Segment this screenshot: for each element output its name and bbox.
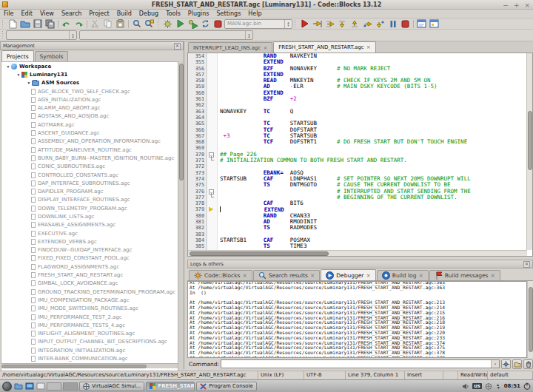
various-info-button[interactable] bbox=[428, 18, 440, 29]
close-icon[interactable]: × bbox=[366, 272, 370, 279]
tab-build-log[interactable]: Build log × bbox=[377, 270, 429, 280]
clock[interactable]: 08:51 bbox=[504, 383, 520, 389]
tree-file-item[interactable]: AOTMARK.agc bbox=[1, 121, 178, 129]
build-button[interactable] bbox=[161, 18, 174, 29]
updates-icon[interactable] bbox=[495, 383, 501, 390]
tree-file-item[interactable]: BURN_BABY_BURN--MASTER_IGNITION_ROUTINE.… bbox=[1, 154, 178, 162]
line-number[interactable]: 358 bbox=[188, 78, 207, 84]
code-line-385[interactable]: 385 TS TIME3 bbox=[188, 243, 521, 249]
terminal-launcher[interactable] bbox=[24, 382, 34, 391]
tree-vscrollbar[interactable] bbox=[178, 61, 184, 392]
fold-cell[interactable] bbox=[207, 163, 218, 169]
line-number[interactable]: 357 bbox=[188, 72, 207, 78]
menu-project[interactable]: Project bbox=[85, 10, 113, 17]
power-icon[interactable] bbox=[523, 382, 531, 390]
tree-project-luminary131[interactable]: ▾ Luminary131 bbox=[1, 70, 178, 78]
tree-file-item[interactable]: EXTENDED_VERBS.agc bbox=[1, 237, 178, 246]
open-file-button[interactable] bbox=[19, 18, 31, 29]
editor-hscrollbar[interactable] bbox=[188, 250, 527, 256]
find-button[interactable] bbox=[130, 18, 143, 29]
fold-cell[interactable] bbox=[207, 213, 218, 219]
fold-cell[interactable] bbox=[207, 78, 218, 84]
tree-file-item[interactable]: AGC_BLOCK_TWO_SELF_CHECK.agc bbox=[1, 87, 178, 95]
close-icon[interactable]: × bbox=[491, 272, 495, 279]
menu-settings[interactable]: Settings bbox=[213, 10, 245, 17]
line-number[interactable]: 370 bbox=[188, 152, 207, 158]
line-number[interactable]: 374 bbox=[188, 176, 207, 182]
new-file-button[interactable] bbox=[6, 18, 19, 29]
combo-spinner-icon[interactable]: ▴▾ bbox=[245, 31, 252, 39]
menu-debug[interactable]: Debug bbox=[135, 10, 162, 17]
tree-file-item[interactable]: DOWN_TELEMETRY_PROGRAM.agc bbox=[1, 204, 178, 212]
fold-cell[interactable] bbox=[207, 121, 218, 126]
toolbar-grip[interactable] bbox=[1, 20, 4, 28]
next-line-button[interactable] bbox=[324, 18, 336, 29]
tree-file-item[interactable]: IMU_COMPENSATION_PACKAGE.agc bbox=[1, 296, 178, 304]
expander-icon[interactable]: ▾ bbox=[5, 64, 11, 69]
close-icon[interactable]: × bbox=[418, 272, 423, 279]
menu-help[interactable]: Help bbox=[244, 10, 265, 17]
redo-button[interactable] bbox=[73, 18, 85, 29]
tree-file-item[interactable]: INTER-BANK_COMMUNICATION.agc bbox=[1, 354, 178, 362]
tree-file-item[interactable]: IMU_MODE_SWITCHING_ROUTINES.agc bbox=[1, 305, 178, 313]
step-into-button[interactable] bbox=[336, 18, 349, 29]
clear-log-button[interactable] bbox=[523, 359, 533, 369]
fold-cell[interactable] bbox=[207, 53, 218, 59]
line-number[interactable]: 365 bbox=[188, 121, 207, 126]
debugging-windows-button[interactable] bbox=[415, 18, 428, 29]
toolbar-grip[interactable] bbox=[157, 20, 160, 28]
menu-file[interactable]: File bbox=[0, 10, 17, 17]
tree-file-item[interactable]: CONTROLLED_CONSTANTS.agc bbox=[1, 171, 178, 179]
line-number[interactable]: 363 bbox=[188, 109, 207, 115]
tree-file-item[interactable]: DOWNLINK_LISTS.agc bbox=[1, 212, 178, 220]
workspace-pager-1[interactable] bbox=[47, 382, 61, 391]
close-icon[interactable]: × bbox=[174, 43, 181, 50]
workspace-pager-2[interactable] bbox=[63, 382, 78, 391]
tree-group-asm-sources[interactable]: ▾ ASM Sources bbox=[1, 79, 178, 87]
volume-icon[interactable] bbox=[462, 383, 469, 390]
line-number[interactable]: 373 bbox=[188, 170, 207, 176]
tree-file-item[interactable]: ERASABLE_ASSIGNMENTS.agc bbox=[1, 221, 178, 229]
tab-search-results[interactable]: Search results × bbox=[253, 270, 321, 280]
line-number[interactable]: 354 bbox=[188, 53, 207, 59]
line-number[interactable]: 366 bbox=[188, 127, 207, 133]
fold-cell[interactable] bbox=[207, 225, 218, 231]
network-icon[interactable] bbox=[485, 383, 492, 390]
line-number[interactable]: 360 bbox=[188, 90, 207, 96]
applications-menu-button[interactable] bbox=[2, 382, 12, 391]
tab-symbols[interactable]: Symbols bbox=[35, 51, 69, 61]
minimize-icon[interactable]: − bbox=[503, 1, 509, 9]
send-command-button[interactable] bbox=[501, 359, 511, 369]
load-file-button[interactable] bbox=[512, 359, 522, 369]
editor-vscrollbar[interactable] bbox=[526, 53, 532, 250]
tree-file-item[interactable]: AGS_INITIALIZATION.agc bbox=[1, 95, 178, 104]
debug-continue-button[interactable] bbox=[298, 18, 311, 29]
tree-file-item[interactable]: IMU_PERFORMANCE_TESTS_4.agc bbox=[1, 321, 178, 329]
fold-cell[interactable] bbox=[207, 90, 218, 96]
menu-edit[interactable]: Edit bbox=[17, 10, 36, 17]
close-icon[interactable]: × bbox=[310, 272, 315, 279]
fold-cell[interactable] bbox=[207, 72, 218, 78]
fold-cell[interactable] bbox=[207, 102, 218, 108]
code-editor[interactable]: 354 RAND NAVKEYIN 355 EXTEND 356 BZF NON… bbox=[187, 53, 533, 257]
fold-cell[interactable] bbox=[207, 59, 218, 65]
close-icon[interactable]: × bbox=[524, 1, 530, 9]
save-button[interactable] bbox=[31, 18, 44, 29]
tree-file-item[interactable]: CONIC_SUBROUTINES.agc bbox=[1, 163, 178, 171]
combo-spinner-icon[interactable]: ▴▾ bbox=[284, 20, 292, 28]
tab-fresh-start-and-restart[interactable]: FRESH_START_AND_RESTART.agc × bbox=[273, 41, 375, 53]
scrollbar-thumb[interactable] bbox=[190, 251, 329, 256]
tree-file-item[interactable]: INTEGRATION_INITIALIZATION.agc bbox=[1, 346, 178, 354]
paste-button[interactable] bbox=[114, 18, 127, 29]
fold-cell[interactable] bbox=[207, 206, 218, 212]
scrollbar-thumb[interactable] bbox=[1, 365, 147, 368]
line-number[interactable]: 377 bbox=[188, 195, 207, 200]
rebuild-button[interactable] bbox=[199, 18, 212, 29]
menu-tools[interactable]: Tools bbox=[162, 10, 184, 17]
line-number[interactable]: 356 bbox=[188, 66, 207, 72]
fold-cell[interactable] bbox=[207, 182, 218, 188]
tree-file-item[interactable]: DISPLAY_INTERFACE_ROUTINES.agc bbox=[1, 196, 178, 204]
line-number[interactable]: 359 bbox=[188, 84, 207, 89]
fold-cell[interactable] bbox=[207, 243, 218, 249]
step-out-button[interactable] bbox=[349, 18, 361, 29]
